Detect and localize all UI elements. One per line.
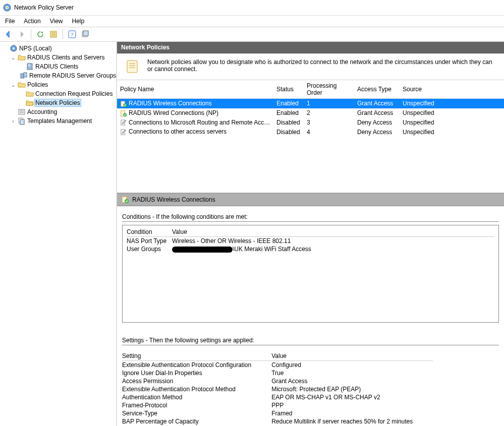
cell-setting-name: BAP Percentage of Capacity: [122, 417, 271, 425]
menu-view[interactable]: View: [50, 18, 63, 25]
svg-rect-13: [27, 64, 32, 70]
cell-access: Grant Access: [354, 99, 400, 108]
accounting-icon: [18, 108, 26, 116]
chevron-right-icon[interactable]: ›: [10, 118, 16, 124]
svg-point-33: [122, 123, 124, 125]
tree-accounting[interactable]: Accounting: [10, 107, 116, 116]
panel-title: Network Policies: [117, 42, 504, 53]
menubar: File Action View Help: [0, 16, 504, 27]
cell-source: Unspecified: [400, 127, 504, 137]
table-header-row[interactable]: Policy Name Status Processing Order Acce…: [117, 80, 504, 99]
content-pane: Network Policies Network policies allow …: [117, 42, 504, 426]
cell-status: Disabled: [273, 118, 304, 128]
col-condition: Condition: [127, 227, 172, 237]
cell-setting-value: PPP: [271, 401, 433, 409]
col-policy-name[interactable]: Policy Name: [117, 80, 273, 99]
servers-icon: [20, 72, 28, 80]
svg-point-32: [125, 120, 126, 122]
svg-point-2: [7, 7, 8, 9]
conditions-heading: Conditions - If the following conditions…: [122, 213, 499, 222]
col-value: Value: [172, 227, 494, 237]
folder-icon: [18, 53, 26, 62]
tree-label: Remote RADIUS Server Groups: [29, 72, 116, 79]
table-row[interactable]: Connections to Microsoft Routing and Rem…: [117, 118, 504, 128]
cell-setting-value: Grant Access: [271, 377, 433, 385]
cell-access: Grant Access: [354, 108, 400, 118]
cell-setting-name: Authentication Method: [122, 393, 271, 401]
setting-row[interactable]: Framed-ProtocolPPP: [122, 401, 433, 409]
condition-row[interactable]: User Groups\UK Meraki WiFi Staff Access: [127, 245, 494, 253]
setting-row[interactable]: Extensible Authentication Protocol Metho…: [122, 385, 433, 393]
detail-title: RADIUS Wireless Connections: [132, 196, 215, 203]
cell-setting-value: Microsoft: Protected EAP (PEAP): [271, 385, 433, 393]
cell-condition-value: Wireless - Other OR Wireless - IEEE 802.…: [172, 237, 291, 245]
tree-remote-radius[interactable]: Remote RADIUS Server Groups: [18, 71, 116, 80]
tree-connection-request-policies[interactable]: Connection Request Policies: [18, 89, 116, 98]
svg-rect-34: [121, 130, 125, 135]
folder-icon: [26, 90, 34, 98]
setting-row[interactable]: BAP Percentage of CapacityReduce Multili…: [122, 417, 433, 425]
nav-tree[interactable]: NPS (Local) ⌄ RADIUS Clients and Servers: [0, 42, 117, 426]
help-button[interactable]: ?: [67, 29, 78, 40]
settings-heading: Settings - Then the following settings a…: [122, 337, 499, 345]
col-value: Value: [271, 351, 433, 361]
setting-row[interactable]: Ignore User Dial-In PropertiesTrue: [122, 369, 433, 377]
policy-icon: [120, 119, 127, 126]
col-source[interactable]: Source: [400, 80, 504, 99]
cell-order: 2: [304, 108, 354, 118]
cell-source: Unspecified: [400, 118, 504, 128]
cell-setting-name: Access Permission: [122, 377, 271, 385]
col-status[interactable]: Status: [273, 80, 304, 99]
tree-policies[interactable]: ⌄ Policies: [10, 80, 116, 89]
cell-status: Enabled: [273, 108, 304, 118]
svg-rect-23: [127, 60, 137, 73]
svg-point-12: [13, 47, 15, 49]
menu-file[interactable]: File: [5, 18, 15, 25]
conditions-box[interactable]: Condition Value NAS Port TypeWireless - …: [122, 225, 499, 323]
tree-root[interactable]: NPS (Local): [2, 44, 116, 53]
cell-setting-name: Service-Type: [122, 409, 271, 417]
setting-row[interactable]: Extensible Authentication Protocol Confi…: [122, 361, 433, 370]
menu-help[interactable]: Help: [72, 18, 85, 25]
forward-button[interactable]: [16, 29, 27, 40]
table-row[interactable]: RADIUS Wireless ConnectionsEnabled1Grant…: [117, 99, 504, 108]
svg-text:?: ?: [71, 31, 74, 37]
templates-icon: [18, 117, 26, 125]
chevron-down-icon[interactable]: ⌄: [10, 82, 16, 88]
policies-table-wrap: Policy Name Status Processing Order Acce…: [117, 80, 504, 192]
cell-source: Unspecified: [400, 99, 504, 108]
cell-setting-value: Framed: [271, 409, 433, 417]
cell-setting-name: Extensible Authentication Protocol Confi…: [122, 361, 271, 370]
col-order[interactable]: Processing Order: [304, 80, 354, 99]
svg-rect-22: [20, 119, 24, 125]
menu-action[interactable]: Action: [24, 18, 40, 25]
chevron-down-icon[interactable]: ⌄: [10, 55, 16, 60]
setting-row[interactable]: Service-TypeFramed: [122, 409, 433, 417]
folder-open-icon: [26, 99, 34, 107]
svg-rect-31: [121, 120, 125, 126]
back-button[interactable]: [3, 29, 14, 40]
app-icon: [3, 4, 11, 12]
tree-label: NPS (Local): [19, 45, 52, 52]
tree-templates[interactable]: › Templates Management: [10, 116, 116, 126]
properties-button[interactable]: [48, 29, 59, 40]
settings-box[interactable]: Setting Value Extensible Authentication …: [122, 348, 499, 425]
table-row[interactable]: Connections to other access serversDisab…: [117, 127, 504, 137]
tree-label: Accounting: [27, 108, 57, 115]
cell-setting-value: EAP OR MS-CHAP v1 OR MS-CHAP v2: [271, 393, 433, 401]
export-button[interactable]: [80, 29, 91, 40]
col-access[interactable]: Access Type: [354, 80, 400, 99]
tree-radius-clients-servers[interactable]: ⌄ RADIUS Clients and Servers: [10, 53, 116, 62]
policy-ok-icon: [121, 196, 129, 204]
condition-row[interactable]: NAS Port TypeWireless - Other OR Wireles…: [127, 237, 494, 246]
svg-rect-17: [24, 73, 27, 77]
policies-table[interactable]: Policy Name Status Processing Order Acce…: [117, 80, 504, 137]
tree-radius-clients[interactable]: RADIUS Clients: [18, 62, 116, 71]
refresh-button[interactable]: [35, 29, 46, 40]
table-row[interactable]: RADIUS Wired Connections (NP)Enabled2Gra…: [117, 108, 504, 118]
setting-row[interactable]: Access PermissionGrant Access: [122, 377, 433, 385]
setting-row[interactable]: Authentication MethodEAP OR MS-CHAP v1 O…: [122, 393, 433, 401]
tree-network-policies[interactable]: Network Policies: [18, 98, 116, 107]
cell-setting-name: Ignore User Dial-In Properties: [122, 369, 271, 377]
tree-label: RADIUS Clients and Servers: [27, 54, 104, 61]
